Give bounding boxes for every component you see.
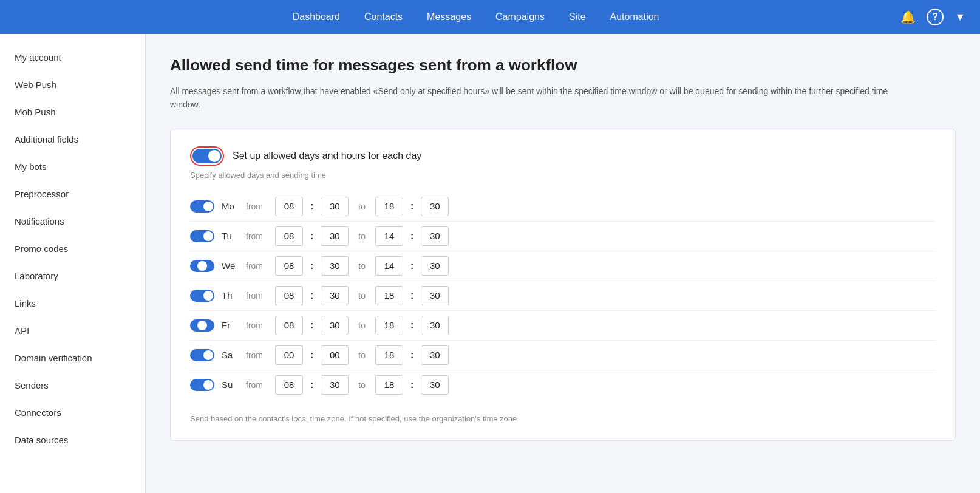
to-min-sa[interactable]: 30: [421, 345, 449, 365]
sidebar-item-data-sources[interactable]: Data sources: [0, 426, 145, 454]
to-min-su[interactable]: 30: [421, 375, 449, 395]
master-toggle[interactable]: [192, 149, 222, 163]
from-hour-th[interactable]: 08: [275, 286, 303, 305]
master-toggle-label: Set up allowed days and hours for each d…: [233, 151, 421, 162]
day-toggle-th[interactable]: [190, 290, 214, 302]
day-toggle-tu[interactable]: [190, 230, 214, 242]
day-toggle-mo[interactable]: [190, 200, 214, 212]
to-min-we[interactable]: 30: [421, 256, 449, 276]
to-label-su: to: [358, 380, 366, 390]
day-row-mo: Mofrom08:30to18:30: [190, 192, 936, 222]
toggle-knob: [208, 150, 220, 162]
colon-from-th: :: [310, 290, 313, 301]
nav-automation[interactable]: Automation: [610, 12, 659, 22]
day-toggle-knob-fr: [197, 321, 207, 330]
day-name-sa: Sa: [222, 350, 239, 360]
to-hour-fr[interactable]: 18: [375, 316, 403, 335]
colon-to-tu: :: [410, 231, 413, 242]
to-hour-th[interactable]: 18: [375, 286, 403, 305]
colon-to-su: :: [410, 379, 413, 390]
nav-links: Dashboard Contacts Messages Campaigns Si…: [51, 12, 900, 22]
day-name-we: We: [222, 260, 239, 271]
nav-dashboard[interactable]: Dashboard: [293, 12, 340, 22]
help-icon[interactable]: ?: [927, 8, 944, 25]
day-row-we: Wefrom08:30to14:30: [190, 251, 936, 281]
day-toggle-knob-tu: [203, 231, 213, 241]
sidebar-item-web-push[interactable]: Web Push: [0, 71, 145, 98]
to-label-sa: to: [358, 350, 366, 360]
colon-from-tu: :: [310, 231, 313, 242]
day-toggle-sa[interactable]: [190, 349, 214, 361]
from-min-fr[interactable]: 30: [321, 316, 349, 335]
from-hour-sa[interactable]: 00: [275, 345, 303, 365]
to-min-tu[interactable]: 30: [421, 226, 449, 246]
from-hour-we[interactable]: 08: [275, 256, 303, 276]
from-hour-tu[interactable]: 08: [275, 226, 303, 246]
day-toggle-knob-sa: [203, 350, 213, 360]
main-content: Allowed send time for messages sent from…: [146, 34, 980, 493]
to-label-fr: to: [358, 321, 366, 330]
day-name-su: Su: [222, 379, 239, 390]
day-toggle-su[interactable]: [190, 379, 214, 391]
colon-from-fr: :: [310, 320, 313, 331]
sidebar-item-links[interactable]: Links: [0, 290, 145, 317]
day-toggle-knob-mo: [203, 202, 213, 211]
day-row-su: Sufrom08:30to18:30: [190, 370, 936, 399]
to-hour-mo[interactable]: 18: [375, 197, 403, 216]
from-min-mo[interactable]: 30: [321, 197, 349, 216]
sidebar-item-notifications[interactable]: Notifications: [0, 208, 145, 235]
colon-to-fr: :: [410, 320, 413, 331]
from-min-th[interactable]: 30: [321, 286, 349, 305]
sidebar-item-promo-codes[interactable]: Promo codes: [0, 235, 145, 262]
to-hour-tu[interactable]: 14: [375, 226, 403, 246]
sidebar-item-connectors[interactable]: Connectors: [0, 399, 145, 426]
sub-label: Specify allowed days and sending time: [190, 171, 936, 180]
to-hour-we[interactable]: 14: [375, 256, 403, 276]
to-hour-su[interactable]: 18: [375, 375, 403, 395]
sidebar-item-my-bots[interactable]: My bots: [0, 153, 145, 180]
nav-campaigns[interactable]: Campaigns: [495, 12, 545, 22]
from-min-su[interactable]: 30: [321, 375, 349, 395]
day-toggle-knob-su: [203, 380, 213, 390]
colon-from-mo: :: [310, 201, 313, 212]
sidebar-item-senders[interactable]: Senders: [0, 372, 145, 399]
from-hour-su[interactable]: 08: [275, 375, 303, 395]
colon-from-sa: :: [310, 350, 313, 361]
from-hour-fr[interactable]: 08: [275, 316, 303, 335]
from-label-sa: from: [246, 350, 268, 360]
nav-site[interactable]: Site: [569, 12, 586, 22]
colon-to-we: :: [410, 260, 413, 271]
to-min-mo[interactable]: 30: [421, 197, 449, 216]
from-label-th: from: [246, 291, 268, 301]
day-row-tu: Tufrom08:30to14:30: [190, 222, 936, 251]
page-title: Allowed send time for messages sent from…: [170, 56, 956, 75]
to-label-mo: to: [358, 202, 366, 211]
day-toggle-knob-th: [203, 291, 213, 301]
from-label-fr: from: [246, 321, 268, 330]
day-toggle-fr[interactable]: [190, 319, 214, 332]
to-min-fr[interactable]: 30: [421, 316, 449, 335]
from-min-tu[interactable]: 30: [321, 226, 349, 246]
footer-note: Send based on the contact's local time z…: [190, 414, 936, 423]
sidebar-item-mob-push[interactable]: Mob Push: [0, 98, 145, 126]
sidebar-item-additional-fields[interactable]: Additional fields: [0, 126, 145, 153]
day-toggle-we[interactable]: [190, 260, 214, 272]
sidebar-item-my-account[interactable]: My account: [0, 44, 145, 71]
settings-card: Set up allowed days and hours for each d…: [170, 129, 956, 441]
from-min-sa[interactable]: 00: [321, 345, 349, 365]
nav-messages[interactable]: Messages: [427, 12, 471, 22]
nav-contacts[interactable]: Contacts: [364, 12, 403, 22]
day-name-th: Th: [222, 290, 239, 301]
chevron-down-icon[interactable]: ▼: [954, 11, 965, 24]
sidebar-item-api[interactable]: API: [0, 317, 145, 344]
to-min-th[interactable]: 30: [421, 286, 449, 305]
bell-icon[interactable]: 🔔: [900, 10, 916, 24]
day-row-sa: Safrom00:00to18:30: [190, 341, 936, 370]
main-layout: My accountWeb PushMob PushAdditional fie…: [0, 34, 980, 493]
from-hour-mo[interactable]: 08: [275, 197, 303, 216]
from-min-we[interactable]: 30: [321, 256, 349, 276]
to-hour-sa[interactable]: 18: [375, 345, 403, 365]
sidebar-item-domain-verification[interactable]: Domain verification: [0, 344, 145, 372]
sidebar-item-preprocessor[interactable]: Preprocessor: [0, 180, 145, 208]
sidebar-item-laboratory[interactable]: Laboratory: [0, 262, 145, 290]
